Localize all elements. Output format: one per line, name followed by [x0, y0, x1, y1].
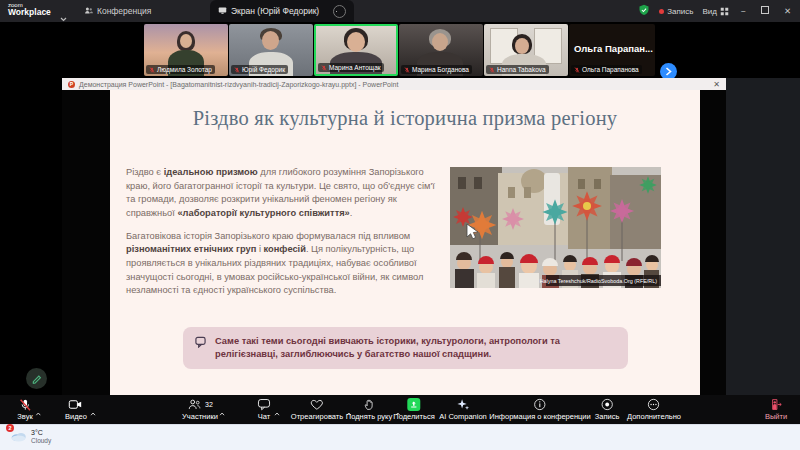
- weather-condition: Cloudy: [31, 437, 51, 445]
- powerpoint-titlebar: P Демонстрация PowerPoint - [Bagatomanit…: [62, 78, 726, 90]
- more-icon: [647, 398, 660, 411]
- raise-hand-button[interactable]: Поднять руку: [346, 398, 392, 421]
- participant-nametag: Людмила Золотар: [146, 65, 215, 74]
- powerpoint-app-icon: P: [68, 81, 75, 88]
- chat-label: Чат: [258, 412, 270, 421]
- sparkle-icon: [456, 398, 470, 411]
- windows-taskbar: 2 3°C Cloudy e: [0, 424, 800, 450]
- zoom-workplace-logo[interactable]: zoom Workplace: [8, 2, 51, 17]
- participants-button[interactable]: 32 Участники: [182, 398, 218, 421]
- slide-body-text: Різдво є ідеальною призмою для глибокого…: [126, 166, 440, 307]
- close-button[interactable]: ✕: [781, 6, 794, 16]
- grid-view-icon: [720, 7, 729, 16]
- weather-badge: 2: [6, 424, 14, 432]
- view-label: Вид: [702, 7, 716, 16]
- participant-nametag: Юрій Федорик: [231, 65, 288, 74]
- recording-indicator[interactable]: Запись: [659, 7, 693, 16]
- participant-video-active-speaker[interactable]: Марина Антощак: [314, 24, 398, 76]
- meeting-controls-toolbar: Звук Видео 32 Участники Чат Отреагироват…: [0, 395, 800, 424]
- audio-label: Звук: [17, 412, 32, 421]
- slide-paragraph-1: Різдво є ідеальною призмою для глибокого…: [126, 166, 440, 221]
- people-icon: [84, 6, 93, 17]
- maximize-button[interactable]: [758, 6, 772, 16]
- weather-widget[interactable]: 2 3°C Cloudy: [10, 428, 51, 446]
- participant-name: Юрій Федорик: [242, 66, 285, 73]
- participants-count: 32: [205, 401, 213, 408]
- share-screen-label: Поделиться: [393, 412, 434, 421]
- leave-button[interactable]: Выйти: [765, 398, 787, 421]
- powerpoint-window: P Демонстрация PowerPoint - [Bagatomanit…: [62, 78, 726, 395]
- weather-temp: 3°C: [31, 429, 51, 437]
- video-label: Видео: [65, 412, 87, 421]
- security-shield-icon[interactable]: [638, 4, 650, 18]
- tab-more-icon[interactable]: [333, 5, 346, 18]
- camera-icon: [68, 398, 83, 411]
- participant-video-6[interactable]: Ольга Парапан... Ольга Парапанова: [569, 24, 655, 76]
- zoom-meeting-window: zoom Workplace Конференция Экран (Юрій Ф…: [0, 0, 800, 450]
- callout-text: Саме такі теми сьогодні вивчають історик…: [215, 335, 616, 361]
- participant-nametag: Марина Богданова: [401, 65, 472, 74]
- participant-video-4[interactable]: Марина Богданова: [399, 24, 483, 76]
- participant-video-2[interactable]: Юрій Федорик: [229, 24, 313, 76]
- mic-muted-icon: [404, 67, 410, 73]
- video-button[interactable]: Видео: [65, 398, 87, 421]
- record-button[interactable]: Запись: [595, 398, 620, 421]
- record-label: Запись: [595, 412, 620, 421]
- slide-photo: Halyna Tereshchuk/RadioSvoboda.Org (RFE/…: [450, 167, 661, 288]
- participant-nametag: Марина Антощак: [318, 63, 384, 72]
- meeting-info-label: Информация о конференции: [489, 412, 590, 421]
- ai-companion-label: AI Companion: [439, 412, 487, 421]
- leave-label: Выйти: [765, 412, 787, 421]
- share-background: [726, 78, 800, 395]
- tab-screen-share[interactable]: Экран (Юрій Федорик): [210, 0, 354, 22]
- slide-title: Різдво як культурна й історична призма р…: [110, 90, 700, 130]
- view-button[interactable]: Вид: [702, 7, 728, 16]
- slide-callout: Саме такі теми сьогодні вивчають історик…: [183, 327, 628, 369]
- ai-companion-button[interactable]: AI Companion: [439, 398, 487, 421]
- more-button[interactable]: Дополнительно: [627, 398, 681, 421]
- mic-muted-icon: [489, 67, 495, 73]
- tab-screen-label: Экран (Юрій Федорик): [231, 6, 319, 16]
- mic-muted-icon: [149, 67, 155, 73]
- tab-conference[interactable]: Конференция: [76, 0, 159, 22]
- brand-line2: Workplace: [8, 8, 51, 17]
- react-label: Отреагировать: [291, 412, 343, 421]
- participant-name: Марина Богданова: [412, 66, 469, 73]
- slide-paragraph-2: Багатовікова історія Запорізького краю ф…: [126, 230, 440, 298]
- shared-screen-area: P Демонстрация PowerPoint - [Bagatomanit…: [0, 78, 800, 395]
- monitor-icon: [218, 6, 227, 17]
- quote-bubble-icon: [195, 335, 206, 361]
- app-titlebar: zoom Workplace Конференция Экран (Юрій Ф…: [0, 0, 800, 22]
- mic-muted-icon: [321, 65, 327, 71]
- video-gallery-strip: Людмила Золотар Юрій Федорик Марина Анто…: [0, 22, 800, 78]
- participant-nametag: Ольга Парапанова: [571, 65, 642, 74]
- leave-icon: [770, 398, 783, 411]
- chat-button[interactable]: Чат: [257, 398, 271, 421]
- weather-cloud-icon: 2: [10, 428, 27, 446]
- participant-video-1[interactable]: Людмила Золотар: [144, 24, 228, 76]
- share-icon: [407, 398, 420, 411]
- participant-name: Марина Антощак: [329, 64, 381, 71]
- photo-credit: Halyna Tereshchuk/RadioSvoboda.Org (RFE/…: [540, 278, 658, 284]
- record-icon: [600, 398, 613, 411]
- participant-name: Hanna Tabakova: [497, 66, 546, 73]
- minimize-button[interactable]: −: [738, 6, 749, 16]
- presentation-slide: Різдво як культурна й історична призма р…: [110, 90, 700, 395]
- raise-hand-label: Поднять руку: [346, 412, 392, 421]
- participant-name: Людмила Золотар: [157, 66, 212, 73]
- annotate-button[interactable]: [26, 368, 47, 389]
- powerpoint-close-icon[interactable]: ✕: [713, 80, 720, 89]
- pencil-icon: [31, 373, 42, 384]
- mic-muted-icon: [18, 398, 32, 412]
- meeting-info-button[interactable]: Информация о конференции: [489, 398, 590, 421]
- participant-video-5[interactable]: Hanna Tabakova: [484, 24, 568, 76]
- tab-conference-label: Конференция: [97, 6, 151, 16]
- react-button[interactable]: Отреагировать: [291, 398, 343, 421]
- hand-icon: [362, 398, 375, 411]
- audio-button[interactable]: Звук: [17, 398, 32, 421]
- share-screen-button[interactable]: Поделиться: [393, 398, 434, 421]
- powerpoint-title-text: Демонстрация PowerPoint - [Bagatomanitni…: [79, 81, 398, 88]
- mic-muted-icon: [574, 67, 580, 73]
- participants-icon: [187, 398, 202, 411]
- recording-label: Запись: [667, 7, 693, 16]
